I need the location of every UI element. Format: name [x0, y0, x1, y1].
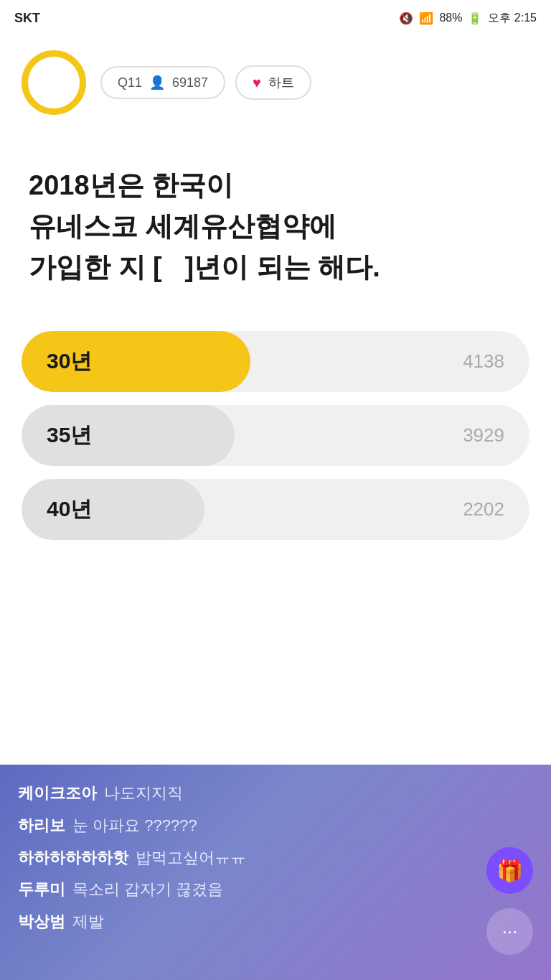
chat-username-4: 두루미 — [18, 879, 65, 900]
chat-message-2: 눈 아파요 ?????? — [72, 815, 197, 837]
chat-input-button[interactable]: ··· — [486, 908, 533, 955]
answer-content-1: 30년 4138 — [22, 331, 529, 392]
chat-dots-icon: ··· — [502, 920, 518, 943]
answer-label-1: 30년 — [47, 347, 92, 376]
answer-content-2: 35년 3929 — [22, 405, 529, 466]
chat-username-2: 하리보 — [18, 815, 65, 836]
chat-username-1: 케이크조아 — [18, 783, 97, 804]
battery-icon: 🔋 — [468, 11, 482, 25]
chat-row-3: 하하하하하하핫 밥먹고싶어ㅠㅠ — [18, 847, 533, 869]
chat-message-4: 목소리 갑자기 끊겼음 — [72, 879, 223, 901]
chat-row-5: 박상범 제발 — [18, 911, 533, 933]
chat-message-5: 제발 — [72, 911, 104, 933]
answer-bar-3[interactable]: 40년 2202 — [22, 479, 529, 540]
battery-label: 88% — [439, 11, 462, 24]
app-logo — [22, 50, 86, 115]
chat-section: 케이크조아 나도지지직 하리보 눈 아파요 ?????? 하하하하하하핫 밥먹고… — [0, 765, 551, 980]
question-info-badge: Q11 👤 69187 — [100, 66, 225, 99]
chat-messages: 케이크조아 나도지지직 하리보 눈 아파요 ?????? 하하하하하하핫 밥먹고… — [18, 783, 533, 933]
header-controls: Q11 👤 69187 ♥ 하트 — [100, 65, 311, 100]
answer-bar-2[interactable]: 35년 3929 — [22, 405, 529, 466]
question-text: 2018년은 한국이유네스코 세계유산협약에가입한 지 [ ]년이 되는 해다. — [29, 165, 522, 288]
chat-username-5: 박상범 — [18, 911, 65, 933]
gift-icon: 🎁 — [496, 858, 523, 883]
question-area: 2018년은 한국이유네스코 세계유산협약에가입한 지 [ ]년이 되는 해다. — [0, 129, 551, 317]
heart-button[interactable]: ♥ 하트 — [235, 65, 311, 100]
chat-row-2: 하리보 눈 아파요 ?????? — [18, 815, 533, 837]
answer-count-1: 4138 — [463, 350, 504, 373]
participant-count: 69187 — [172, 75, 208, 90]
wifi-icon: 📶 — [419, 11, 433, 25]
status-icons: 🔇 📶 88% 🔋 오후 2:15 — [399, 11, 537, 26]
answer-label-3: 40년 — [47, 495, 92, 524]
time-label: 오후 2:15 — [488, 11, 537, 26]
answer-content-3: 40년 2202 — [22, 479, 529, 540]
heart-icon: ♥ — [253, 75, 261, 91]
status-bar: SKT 🔇 📶 88% 🔋 오후 2:15 — [0, 0, 551, 36]
answer-bar-1[interactable]: 30년 4138 — [22, 331, 529, 392]
answers-area: 30년 4138 35년 3929 40년 2202 — [0, 317, 551, 569]
chat-username-3: 하하하하하하핫 — [18, 847, 128, 869]
answer-label-2: 35년 — [47, 421, 92, 450]
chat-row-4: 두루미 목소리 갑자기 끊겼음 — [18, 879, 533, 901]
answer-count-2: 3929 — [463, 424, 504, 447]
question-number: Q11 — [118, 75, 142, 90]
chat-message-3: 밥먹고싶어ㅠㅠ — [136, 847, 246, 869]
chat-row-1: 케이크조아 나도지지직 — [18, 783, 533, 805]
header: Q11 👤 69187 ♥ 하트 — [0, 36, 551, 129]
heart-label: 하트 — [268, 74, 294, 91]
chat-message-1: 나도지지직 — [104, 783, 183, 805]
mute-icon: 🔇 — [399, 11, 413, 25]
user-icon: 👤 — [149, 75, 165, 90]
gift-button[interactable]: 🎁 — [486, 847, 533, 894]
answer-count-3: 2202 — [463, 498, 504, 521]
carrier-label: SKT — [14, 11, 40, 26]
